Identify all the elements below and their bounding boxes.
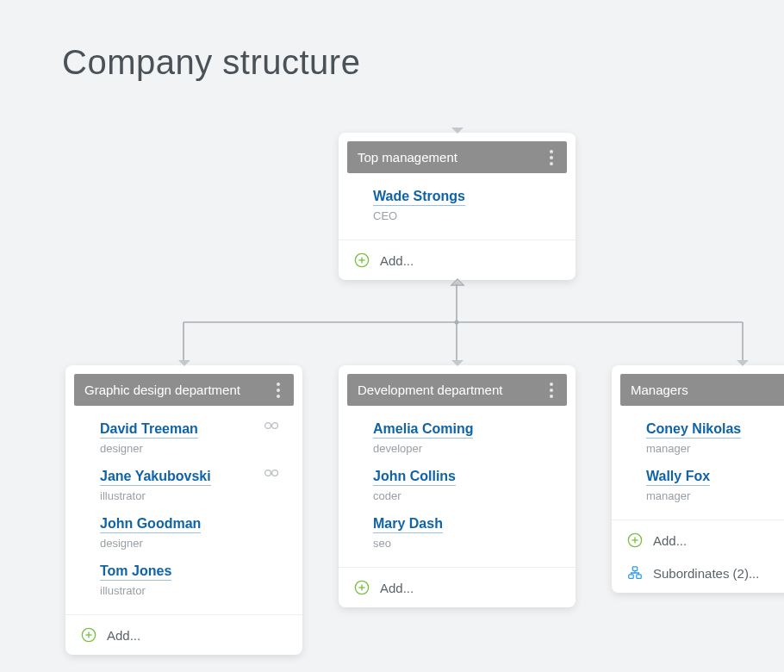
person-role: manager xyxy=(646,442,784,455)
plus-circle-icon xyxy=(627,532,643,548)
svg-point-16 xyxy=(265,470,271,476)
person-name-link[interactable]: Tom Jones xyxy=(100,563,171,581)
org-card-development: Development department Amelia Coming dev… xyxy=(339,365,576,607)
person-name-link[interactable]: Amelia Coming xyxy=(373,421,473,439)
card-footer: Add... xyxy=(339,567,576,607)
svg-point-14 xyxy=(272,423,278,429)
card-title: Managers xyxy=(631,383,688,397)
person-row: John Goodman designer xyxy=(81,511,287,558)
person-row: Coney Nikolas manager xyxy=(627,416,784,464)
expand-arrow-icon[interactable] xyxy=(450,278,465,287)
svg-rect-30 xyxy=(632,567,637,571)
card-title: Top management xyxy=(358,150,457,165)
person-role: illustrator xyxy=(100,584,278,597)
card-header: Managers xyxy=(620,374,784,406)
card-body: Coney Nikolas manager Wally Fox manager xyxy=(620,406,784,514)
person-name-link[interactable]: Wally Fox xyxy=(646,469,710,486)
person-row: David Treeman designer xyxy=(81,416,287,464)
person-role: manager xyxy=(646,489,784,502)
person-row: Amelia Coming developer xyxy=(354,416,560,464)
collapse-arrow-icon[interactable] xyxy=(450,358,465,367)
plus-circle-icon xyxy=(354,252,370,268)
person-role: designer xyxy=(100,442,278,455)
person-row: Tom Jones illustrator xyxy=(81,558,287,606)
add-label: Add... xyxy=(107,628,140,643)
person-name-link[interactable]: John Goodman xyxy=(100,516,201,533)
person-role: illustrator xyxy=(100,489,278,502)
person-role: designer xyxy=(100,537,278,550)
svg-point-13 xyxy=(265,423,271,429)
person-row: Wally Fox manager xyxy=(627,464,784,511)
plus-circle-icon xyxy=(354,580,370,595)
card-header: Top management xyxy=(347,141,567,173)
add-person-button[interactable]: Add... xyxy=(339,244,576,277)
observer-icon xyxy=(263,421,280,437)
add-person-button[interactable]: Add... xyxy=(339,571,576,604)
card-footer: Add... xyxy=(65,614,302,655)
person-name-link[interactable]: Mary Dash xyxy=(373,516,443,533)
org-card-graphic-design: Graphic design department David Treeman … xyxy=(65,365,302,655)
person-row: Wade Strongs CEO xyxy=(354,184,560,231)
person-name-link[interactable]: Wade Strongs xyxy=(373,189,465,206)
card-body: Wade Strongs CEO xyxy=(347,173,567,234)
person-name-link[interactable]: John Collins xyxy=(373,469,456,486)
card-title: Development department xyxy=(358,383,502,397)
org-card-managers: Managers Coney Nikolas manager Wally Fox… xyxy=(612,365,784,593)
person-role: seo xyxy=(373,537,551,550)
card-footer: Add... xyxy=(339,240,576,280)
person-row: Mary Dash seo xyxy=(354,511,560,558)
card-header: Graphic design department xyxy=(74,374,294,406)
add-label: Add... xyxy=(380,581,414,595)
svg-rect-32 xyxy=(637,575,641,579)
plus-circle-icon xyxy=(81,627,96,643)
collapse-arrow-icon[interactable] xyxy=(177,358,192,367)
subordinates-button[interactable]: Subordinates (2)... xyxy=(612,557,784,589)
hierarchy-icon xyxy=(627,565,643,581)
card-header: Development department xyxy=(347,374,567,406)
svg-marker-12 xyxy=(178,360,190,366)
card-body: Amelia Coming developer John Collins cod… xyxy=(347,406,567,562)
person-name-link[interactable]: David Treeman xyxy=(100,421,198,439)
svg-rect-31 xyxy=(629,575,633,579)
svg-marker-26 xyxy=(737,360,749,366)
svg-marker-22 xyxy=(451,360,464,366)
add-label: Add... xyxy=(653,533,687,548)
add-person-button[interactable]: Add... xyxy=(612,524,784,557)
card-menu-button[interactable] xyxy=(541,147,562,168)
person-name-link[interactable]: Coney Nikolas xyxy=(646,421,741,439)
svg-point-5 xyxy=(455,320,459,325)
card-title: Graphic design department xyxy=(84,383,240,397)
person-role: CEO xyxy=(373,209,551,222)
collapse-arrow-icon[interactable] xyxy=(450,126,465,134)
card-menu-button[interactable] xyxy=(268,380,289,401)
person-role: coder xyxy=(373,489,551,502)
org-card-top-management: Top management Wade Strongs CEO Add... xyxy=(339,133,576,280)
person-name-link[interactable]: Jane Yakubovski xyxy=(100,469,211,486)
page-title: Company structure xyxy=(62,43,360,82)
card-body: David Treeman designer Jane Yakubovski i… xyxy=(74,406,294,609)
svg-marker-6 xyxy=(451,128,464,134)
card-footer: Add... Subordinates (2)... xyxy=(612,520,784,593)
subordinates-label: Subordinates (2)... xyxy=(653,566,759,581)
collapse-arrow-icon[interactable] xyxy=(735,358,750,367)
observer-icon xyxy=(263,469,280,484)
card-menu-button[interactable] xyxy=(541,380,562,401)
person-role: developer xyxy=(373,442,551,455)
svg-point-17 xyxy=(272,470,278,476)
person-row: Jane Yakubovski illustrator xyxy=(81,464,287,511)
add-label: Add... xyxy=(380,253,414,268)
person-row: John Collins coder xyxy=(354,464,560,511)
add-person-button[interactable]: Add... xyxy=(65,619,302,651)
